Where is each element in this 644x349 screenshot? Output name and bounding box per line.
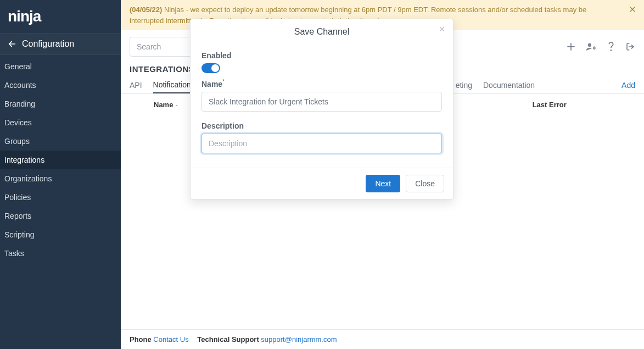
- svg-line-11: [593, 47, 593, 47]
- save-channel-modal: Save Channel Enabled Name* Description N…: [190, 19, 453, 200]
- sidebar-item-general[interactable]: General: [0, 57, 121, 76]
- svg-line-14: [593, 49, 593, 49]
- footer-contact-link[interactable]: Contact Us: [153, 335, 188, 344]
- description-input[interactable]: [201, 134, 442, 153]
- close-button[interactable]: Close: [406, 175, 444, 192]
- svg-line-13: [595, 47, 596, 47]
- banner-close-button[interactable]: [629, 5, 636, 13]
- modal-header: Save Channel: [191, 19, 453, 45]
- modal-close-button[interactable]: [439, 26, 445, 32]
- sidebar: ninja Configuration General Accounts Bra…: [0, 0, 121, 349]
- logout-button[interactable]: [625, 42, 635, 52]
- sidebar-item-organizations[interactable]: Organizations: [0, 169, 121, 188]
- sidebar-item-branding[interactable]: Branding: [0, 95, 121, 113]
- sidebar-item-devices[interactable]: Devices: [0, 113, 121, 132]
- sidebar-item-scripting[interactable]: Scripting: [0, 225, 121, 244]
- banner-date: (04/05/22): [130, 5, 162, 14]
- svg-point-6: [593, 47, 595, 49]
- modal-footer: Next Close: [191, 168, 453, 199]
- name-label: Name*: [201, 79, 442, 88]
- add-channel-link[interactable]: Add: [621, 81, 635, 90]
- top-actions: [566, 41, 635, 52]
- svg-point-15: [611, 49, 612, 51]
- close-icon: [439, 26, 445, 32]
- modal-title: Save Channel: [294, 27, 350, 36]
- name-input[interactable]: [201, 92, 442, 112]
- footer-support-link[interactable]: support@ninjarmm.com: [261, 335, 337, 344]
- tab-documentation[interactable]: Documentation: [483, 77, 535, 93]
- footer-support-label: Technical Support: [197, 335, 259, 344]
- sidebar-item-groups[interactable]: Groups: [0, 132, 121, 151]
- sort-indicator-icon: -: [175, 101, 177, 109]
- user-gear-icon: [586, 42, 597, 52]
- user-settings-button[interactable]: [586, 42, 597, 52]
- plus-icon: [566, 42, 576, 52]
- logo: ninja: [0, 0, 121, 33]
- footer: Phone Contact Us Technical Support suppo…: [121, 329, 644, 349]
- description-label: Description: [201, 121, 442, 130]
- help-button[interactable]: [607, 41, 615, 52]
- sidebar-item-tasks[interactable]: Tasks: [0, 244, 121, 263]
- enabled-label: Enabled: [201, 51, 442, 60]
- tab-api[interactable]: API: [130, 77, 142, 93]
- config-header[interactable]: Configuration: [0, 33, 121, 55]
- sidebar-item-integrations[interactable]: Integrations: [0, 151, 121, 169]
- next-button[interactable]: Next: [366, 175, 400, 192]
- side-menu: General Accounts Branding Devices Groups…: [0, 55, 121, 263]
- svg-line-12: [595, 49, 596, 49]
- sidebar-item-accounts[interactable]: Accounts: [0, 76, 121, 95]
- sidebar-item-reports[interactable]: Reports: [0, 207, 121, 225]
- tab-ticketing[interactable]: eting: [456, 77, 472, 93]
- logout-icon: [625, 42, 635, 52]
- config-title: Configuration: [22, 39, 74, 49]
- modal-body: Enabled Name* Description: [191, 45, 453, 168]
- footer-phone-label: Phone: [130, 335, 152, 344]
- add-button[interactable]: [566, 42, 576, 52]
- close-icon: [629, 5, 636, 13]
- enabled-toggle[interactable]: [201, 63, 220, 73]
- sidebar-item-policies[interactable]: Policies: [0, 188, 121, 207]
- svg-point-5: [588, 43, 591, 47]
- help-icon: [607, 41, 615, 52]
- arrow-left-icon: [8, 40, 16, 48]
